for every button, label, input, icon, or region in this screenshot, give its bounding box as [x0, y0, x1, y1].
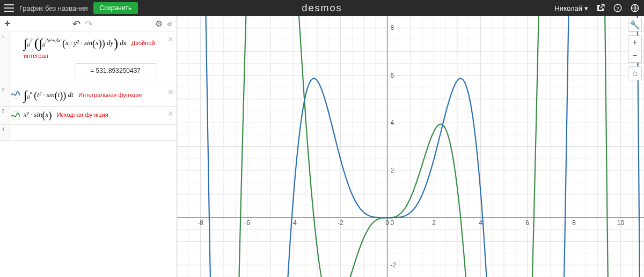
expression-comment: Интегральная функция [78, 92, 142, 98]
brand-logo: desmos [302, 3, 342, 14]
gear-icon[interactable]: ⚙ [155, 19, 163, 29]
help-icon[interactable]: ? [613, 3, 623, 13]
expression-formula[interactable]: ∫02 (∫02x²+3x (x · y² · sin(x)) dy) dx [24, 39, 127, 47]
expression-index: 3 [0, 107, 10, 124]
language-icon[interactable] [630, 3, 640, 13]
zoom-out-button[interactable]: − [628, 49, 642, 63]
chevron-down-icon: ▾ [584, 4, 588, 12]
redo-button[interactable]: ↷ [85, 18, 93, 30]
graph-area[interactable]: -8-6-4-20246810-224680 🔧 + − ⌂ [177, 16, 644, 277]
svg-text:2: 2 [391, 167, 394, 174]
expression-marker[interactable] [10, 85, 21, 106]
svg-text:0: 0 [391, 219, 394, 227]
svg-text:10: 10 [617, 219, 625, 227]
menu-icon[interactable] [4, 4, 14, 12]
collapse-panel-button[interactable]: « [167, 18, 172, 29]
delete-expression-button[interactable]: × [167, 87, 173, 97]
user-name: Николай [554, 4, 582, 12]
expression-comment: Исходная функция [57, 111, 108, 118]
svg-text:8: 8 [391, 24, 394, 32]
svg-text:4: 4 [391, 119, 394, 126]
expression-row[interactable]: 4 [0, 125, 177, 141]
graph-title[interactable]: График без названия [19, 4, 88, 12]
delete-expression-button[interactable]: × [167, 34, 173, 44]
svg-text:6: 6 [391, 72, 394, 79]
plot-color-icon[interactable] [11, 89, 20, 99]
svg-text:-2: -2 [338, 219, 343, 227]
app-header: График без названия Сохранить desmos Ник… [0, 0, 644, 16]
expression-row[interactable]: 3 x² · sin(x) Исходная функция × [0, 107, 177, 125]
expression-marker [10, 32, 21, 85]
expression-index: 4 [0, 125, 10, 140]
svg-text:-2: -2 [391, 261, 397, 269]
svg-text:?: ? [616, 5, 619, 11]
graph-settings-button[interactable]: 🔧 [628, 18, 642, 32]
expression-row[interactable]: 2 ∫0x (t² · sin(t)) dt Интегральная функ… [0, 85, 177, 107]
svg-text:6: 6 [525, 219, 529, 227]
expression-formula[interactable]: ∫0x (t² · sin(t)) dt [24, 91, 74, 99]
expression-list: 1 ∫02 (∫02x²+3x (x · y² · sin(x)) dy) dx… [0, 32, 177, 277]
svg-text:2: 2 [432, 219, 436, 227]
svg-text:-8: -8 [197, 219, 203, 227]
expression-marker[interactable] [10, 107, 21, 124]
add-expression-button[interactable]: + [4, 18, 11, 30]
expression-panel: + ↶ ↷ ⚙ « 1 ∫02 (∫02x²+3x (x · y² · sin(… [0, 16, 177, 277]
expression-row[interactable]: 1 ∫02 (∫02x²+3x (x · y² · sin(x)) dy) dx… [0, 32, 177, 85]
expression-index: 1 [0, 32, 10, 85]
svg-text:4: 4 [479, 219, 482, 227]
expression-formula[interactable]: x² · sin(x) [24, 110, 52, 118]
svg-text:-6: -6 [244, 219, 250, 227]
expression-toolbar: + ↶ ↷ ⚙ « [0, 16, 177, 32]
share-icon[interactable] [596, 3, 605, 13]
expression-index: 2 [0, 85, 10, 106]
svg-text:0: 0 [385, 219, 389, 227]
graph-svg[interactable]: -8-6-4-20246810-224680 [177, 16, 644, 277]
zoom-in-button[interactable]: + [628, 35, 642, 49]
zoom-home-button[interactable]: ⌂ [628, 66, 642, 80]
undo-button[interactable]: ↶ [72, 18, 80, 30]
save-button[interactable]: Сохранить [93, 2, 138, 14]
user-menu[interactable]: Николай ▾ [554, 4, 588, 12]
svg-text:8: 8 [572, 219, 576, 227]
delete-expression-button[interactable]: × [167, 109, 173, 118]
expression-result: = 531.893250437 [75, 63, 157, 79]
plot-color-icon[interactable] [11, 111, 20, 121]
